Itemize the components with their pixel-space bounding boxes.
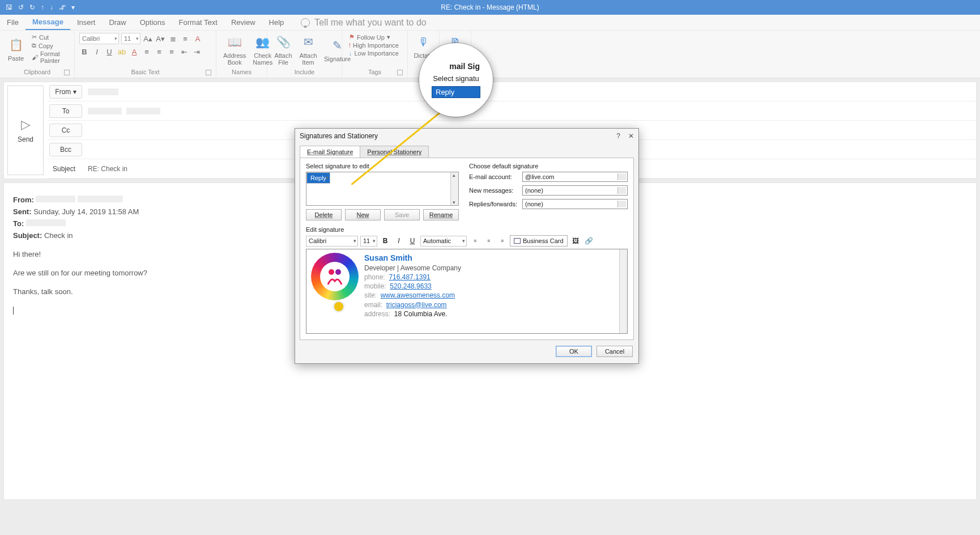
align-center-icon[interactable]: ≡ [154,46,164,57]
delete-button[interactable]: Delete [306,209,342,220]
italic-icon[interactable]: I [92,46,102,57]
sig-align-left-icon[interactable]: ≡ [469,235,480,247]
font-color-icon[interactable]: A [129,46,139,57]
sig-mobile-key: mobile: [364,282,386,290]
clear-format-icon[interactable]: A [193,33,203,44]
tab-options[interactable]: Options [133,15,172,30]
replies-forwards-label: Replies/forwards: [469,201,519,207]
sig-email-value[interactable]: triciagoss@live.com [386,301,447,309]
sig-bold-icon[interactable]: B [380,235,391,247]
attach-file-button[interactable]: 📎Attach File [272,33,295,66]
qat-undo-icon[interactable]: ↺ [18,3,24,11]
window-title: RE: Check in - Message (HTML) [441,3,539,11]
new-button[interactable]: New [345,209,381,220]
insert-picture-icon[interactable]: 🖼 [570,235,581,247]
qat-more-icon[interactable]: ▾ [71,3,75,11]
to-button[interactable]: To [49,104,82,118]
signature-editor[interactable]: Susan Smith Developer | Awesome Company … [306,249,628,334]
tab-draw[interactable]: Draw [102,15,133,30]
sig-underline-icon[interactable]: U [407,235,418,247]
sig-size-select[interactable]: 11 [360,236,377,247]
attach-item-button[interactable]: ✉Attach Item [297,33,319,66]
format-painter-button[interactable]: 🖌Format Painter [29,50,70,65]
align-right-icon[interactable]: ≡ [167,46,177,57]
sig-site-value[interactable]: www.awesomeness.com [381,291,455,299]
cut-button[interactable]: ✂Cut [29,33,70,41]
clipboard-launcher-icon[interactable] [64,70,70,75]
rename-button[interactable]: Rename [423,209,459,220]
sig-phone-value[interactable]: 716.487.1391 [389,273,430,281]
qat-down-icon[interactable]: ↓ [50,3,53,11]
sig-site-key: site: [364,291,377,299]
sig-align-center-icon[interactable]: ≡ [483,235,494,247]
indent-dec-icon[interactable]: ⇤ [179,46,189,57]
save-button: Save [384,209,420,220]
align-left-icon[interactable]: ≡ [142,46,152,57]
qat-redo-icon[interactable]: ↻ [29,3,35,11]
tab-message[interactable]: Message [25,15,70,30]
business-card-button[interactable]: Business Card [510,235,568,247]
sigedit-scrollbar[interactable] [619,249,627,333]
tell-me-input[interactable]: Tell me what you want to do [314,18,426,28]
tab-review[interactable]: Review [224,15,262,30]
bcc-button[interactable]: Bcc [49,143,82,156]
sig-role: Developer | Awesome Company [364,264,461,273]
highlight-icon[interactable]: ab [117,46,127,57]
clipboard-group-label: Clipboard [24,69,50,75]
email-account-label: E-mail account: [469,173,519,180]
underline-icon[interactable]: U [104,46,114,57]
sig-align-right-icon[interactable]: ≡ [496,235,508,247]
bullets-icon[interactable]: ≣ [168,33,178,44]
tab-help[interactable]: Help [262,15,291,30]
tab-insert[interactable]: Insert [70,15,103,30]
sig-italic-icon[interactable]: I [393,235,404,247]
indent-inc-icon[interactable]: ⇥ [191,46,202,57]
sig-color-select[interactable]: Automatic [420,236,467,247]
signature-item-reply[interactable]: Reply [306,172,330,184]
qat-save-icon[interactable]: 🖫 [6,3,12,11]
include-group-label: Include [295,69,314,75]
from-button[interactable]: From ▾ [49,85,82,99]
grow-font-icon[interactable]: A▴ [143,33,153,44]
shrink-font-icon[interactable]: A▾ [155,33,165,44]
tags-launcher-icon[interactable] [397,70,403,75]
address-book-button[interactable]: 📖Address Book [221,33,248,66]
callout-leader-line [351,111,459,185]
replies-forwards-select[interactable]: (none) [522,199,628,209]
dialog-close-icon[interactable]: ✕ [628,132,634,140]
font-select[interactable]: Calibri [79,33,119,44]
cc-button[interactable]: Cc [49,124,82,137]
new-messages-select[interactable]: (none) [522,185,628,196]
svg-point-1 [329,269,334,275]
subject-label: Subject [49,163,82,175]
sig-mobile-value[interactable]: 520.248.9633 [390,282,431,290]
qat-up-icon[interactable]: ↑ [41,3,44,11]
bold-icon[interactable]: B [79,46,90,57]
copy-button[interactable]: ⧉Copy [29,41,70,50]
basictext-launcher-icon[interactable] [206,70,211,75]
subject-field[interactable]: RE: Check in [84,165,127,173]
zoom-text-1: mail Sig [449,62,491,71]
high-importance-button[interactable]: !High Importance [347,41,403,49]
tab-format-text[interactable]: Format Text [172,15,224,30]
email-account-select[interactable]: @live.com [522,172,628,182]
tab-file[interactable]: File [0,15,25,30]
svg-line-0 [351,111,442,185]
sig-addr-value: 18 Columbia Ave. [394,310,448,318]
titlebar: 🖫 ↺ ↻ ↑ ↓ 🖇 ▾ RE: Check in - Message (HT… [0,0,980,15]
numbering-icon[interactable]: ≡ [180,33,190,44]
ok-button[interactable]: OK [556,346,592,357]
paste-button[interactable]: 📋 Paste [5,36,27,62]
send-button[interactable]: ▷ Send [7,86,44,175]
low-importance-button[interactable]: ↓Low Importance [347,49,403,57]
cancel-button[interactable]: Cancel [596,346,633,357]
font-size-select[interactable]: 11 [121,33,140,44]
callout-highlight-dot [334,302,343,311]
follow-up-button[interactable]: ⚑Follow Up ▾ [347,33,403,41]
subject-body-value: Check in [44,231,73,240]
qat-attach-icon[interactable]: 🖇 [59,3,66,11]
insert-link-icon[interactable]: 🔗 [583,235,595,247]
to-field[interactable] [84,108,160,114]
sig-font-select[interactable]: Calibri [306,236,358,247]
dialog-help-icon[interactable]: ? [616,132,620,140]
